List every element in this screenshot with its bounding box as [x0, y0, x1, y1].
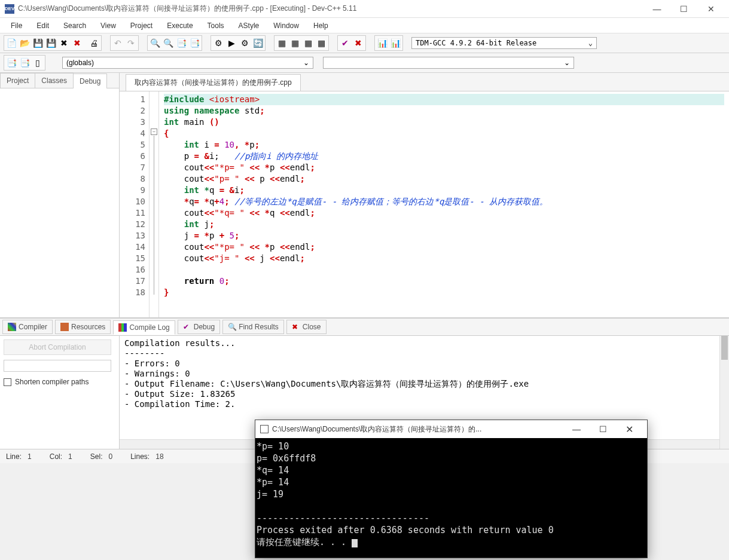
run-icon[interactable]: ▶	[225, 36, 238, 50]
editor-area: 取内容运算符（间接寻址运算符）的使用例子.cpp 123456789101112…	[120, 73, 729, 317]
compiler-selector[interactable]: TDM-GCC 4.9.2 64-bit Release ⌄	[411, 37, 597, 49]
check-icon: ✔	[183, 323, 191, 331]
debug-stop-icon[interactable]: ▦	[301, 36, 315, 50]
cursor-icon	[352, 539, 358, 547]
compile-log-text[interactable]: Compilation results... -------- - Errors…	[120, 336, 729, 412]
scope-selector[interactable]: (globals) ⌄	[62, 57, 313, 69]
grid-icon	[8, 323, 16, 331]
goto-icon[interactable]: 📑	[188, 36, 201, 50]
shorten-paths-checkbox[interactable]: Shorten compiler paths	[4, 378, 115, 386]
menu-help[interactable]: Help	[307, 20, 334, 32]
close-button[interactable]: ✕	[697, 1, 724, 17]
close-file-icon[interactable]: ✖	[57, 36, 71, 50]
close-icon: ✖	[292, 323, 300, 331]
title-bar: DEV C:\Users\Wang\Documents\取内容运算符（间接寻址运…	[0, 0, 729, 18]
save-all-icon[interactable]: 💾	[44, 36, 57, 50]
file-tab[interactable]: 取内容运算符（间接寻址运算符）的使用例子.cpp	[126, 74, 301, 91]
code-editor[interactable]: 123456789101112131415161718 − #include <…	[120, 91, 729, 317]
tab-find-results[interactable]: 🔍Find Results	[222, 320, 284, 334]
console-maximize-button[interactable]: ☐	[590, 424, 616, 434]
debug-next-icon[interactable]: ▦	[315, 36, 328, 50]
undo-icon[interactable]: ↶	[111, 36, 124, 50]
maximize-button[interactable]: ☐	[670, 1, 697, 17]
debug-step-icon[interactable]: ▦	[288, 36, 301, 50]
fold-toggle-icon[interactable]: −	[151, 128, 157, 135]
rebuild-icon[interactable]: 🔄	[251, 36, 264, 50]
menu-bar: File Edit Search View Project Execute To…	[0, 18, 729, 33]
open-file-icon[interactable]: 📂	[18, 36, 31, 50]
menu-tools[interactable]: Tools	[202, 20, 230, 32]
console-icon	[260, 425, 269, 433]
compile-icon[interactable]: ⚙	[212, 36, 225, 50]
console-title-bar[interactable]: C:\Users\Wang\Documents\取内容运算符（间接寻址运算符）的…	[255, 420, 647, 438]
console-output[interactable]: *p= 10 p= 0x6ffdf8 *q= 14 *p= 14 j= 19 -…	[255, 438, 647, 558]
close-all-icon[interactable]: ✖	[71, 36, 84, 50]
chevron-down-icon: ⌄	[303, 59, 309, 67]
compile-progress	[4, 360, 111, 372]
profile-delete-icon[interactable]: 📊	[389, 36, 402, 50]
compiler-selector-value: TDM-GCC 4.9.2 64-bit Release	[416, 39, 536, 47]
code-content[interactable]: #include <iostream> using namespace std;…	[159, 91, 729, 317]
goto-bookmark-icon[interactable]: 📑	[18, 56, 31, 69]
menu-file[interactable]: File	[5, 20, 28, 32]
line-gutter: 123456789101112131415161718	[120, 91, 150, 317]
chevron-down-icon: ⌄	[564, 59, 570, 67]
console-minimize-button[interactable]: —	[563, 424, 590, 434]
delete-icon[interactable]: ✖	[352, 36, 365, 50]
menu-view[interactable]: View	[94, 20, 122, 32]
tab-project[interactable]: Project	[0, 73, 35, 88]
project-panel: Project Classes Debug	[0, 73, 120, 317]
new-file-icon[interactable]: 📄	[5, 36, 18, 50]
tab-classes[interactable]: Classes	[35, 73, 74, 88]
find-in-files-icon[interactable]: 📑	[175, 36, 188, 50]
bookmark-icon[interactable]: 📑	[5, 56, 18, 69]
tab-compiler[interactable]: Compiler	[2, 320, 53, 334]
window-title: C:\Users\Wang\Documents\取内容运算符（间接寻址运算符）的…	[18, 4, 643, 14]
menu-astyle[interactable]: AStyle	[233, 20, 266, 32]
abort-compilation-button: Abort Compilation	[4, 339, 111, 355]
menu-project[interactable]: Project	[124, 20, 158, 32]
tab-compile-log[interactable]: Compile Log	[113, 320, 175, 335]
tab-close[interactable]: ✖Close	[286, 320, 327, 334]
redo-icon[interactable]: ↷	[124, 36, 138, 50]
menu-search[interactable]: Search	[57, 20, 92, 32]
tab-debug[interactable]: Debug	[73, 74, 107, 88]
console-window[interactable]: C:\Users\Wang\Documents\取内容运算符（间接寻址运算符）的…	[255, 420, 648, 558]
console-close-button[interactable]: ✕	[616, 424, 642, 435]
tab-debug-bottom[interactable]: ✔Debug	[178, 320, 220, 334]
member-selector[interactable]: ⌄	[323, 57, 574, 69]
app-icon: DEV	[5, 4, 14, 14]
checkbox-icon[interactable]	[4, 378, 11, 386]
project-tree[interactable]	[0, 88, 119, 317]
menu-window[interactable]: Window	[267, 20, 305, 32]
chevron-down-icon: ⌄	[588, 39, 593, 47]
search-icon: 🔍	[228, 323, 236, 331]
save-icon[interactable]: 💾	[31, 36, 44, 50]
compile-run-icon[interactable]: ⚙	[238, 36, 251, 50]
console-title-text: C:\Users\Wang\Documents\取内容运算符（间接寻址运算符）的…	[272, 424, 563, 434]
print-icon[interactable]: 🖨	[87, 36, 100, 50]
check-icon[interactable]: ✔	[338, 36, 352, 50]
scope-selector-value: (globals)	[66, 59, 94, 67]
toolbar-secondary: 📑 📑 ▯ (globals) ⌄ ⌄	[0, 53, 729, 73]
find-icon[interactable]: 🔍	[148, 36, 161, 50]
fold-column[interactable]: −	[150, 91, 159, 317]
toggle-bookmark-icon[interactable]: ▯	[31, 56, 44, 69]
menu-execute[interactable]: Execute	[161, 20, 199, 32]
debug-icon[interactable]: ▦	[275, 36, 288, 50]
minimize-button[interactable]: —	[643, 1, 670, 17]
toolbar-main: 📄 📂 💾 💾 ✖ ✖ 🖨 ↶ ↷ 🔍 🔍 📑 📑 ⚙ ▶ ⚙ 🔄 ▦ ▦ ▦ …	[0, 33, 729, 53]
tab-resources[interactable]: Resources	[55, 320, 111, 334]
replace-icon[interactable]: 🔍	[161, 36, 175, 50]
menu-edit[interactable]: Edit	[30, 20, 55, 32]
profile-icon[interactable]: 📊	[376, 36, 389, 50]
vertical-scrollbar[interactable]	[719, 336, 729, 449]
stack-icon	[60, 323, 69, 331]
bars-icon	[118, 323, 127, 332]
